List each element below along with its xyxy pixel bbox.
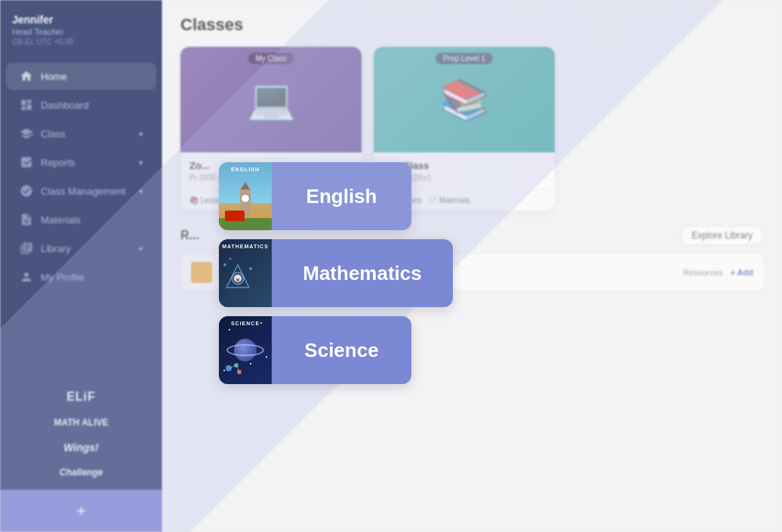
- sidebar-nav: Home Dashboard Class ▾ Reports ▾ Class M…: [0, 54, 162, 378]
- sidebar-user: Jennifer Head Teacher GB-EL UTC +0.00: [0, 0, 162, 54]
- subject-thumb-science: SCIENCE: [219, 316, 272, 384]
- brand-mathalive[interactable]: MATH ALIVE: [6, 413, 156, 432]
- math-svg: M: [219, 250, 257, 295]
- sidebar: Jennifer Head Teacher GB-EL UTC +0.00 Ho…: [0, 0, 162, 532]
- reports-icon: [20, 155, 33, 169]
- nav-library-label: Library: [41, 243, 71, 254]
- subject-item-science[interactable]: SCIENCE Science: [219, 316, 411, 384]
- lib-add-button[interactable]: + Add: [731, 268, 753, 277]
- library-icon: [20, 241, 33, 255]
- user-info: GB-EL UTC +0.00: [12, 38, 150, 46]
- english-thumb-label: ENGLISH: [231, 167, 260, 172]
- profile-icon: [20, 270, 33, 284]
- nav-materials-label: Materials: [41, 214, 81, 226]
- user-role: Head Teacher: [12, 27, 150, 36]
- subject-name-science: Science: [272, 339, 411, 362]
- brand-wings[interactable]: Wings!: [6, 437, 156, 458]
- chevron-down-icon: ▾: [139, 158, 143, 167]
- page-title: Classes: [180, 15, 764, 35]
- math-illustration: MATHEMATICS M: [219, 239, 272, 307]
- sidebar-item-library[interactable]: Library ▾: [6, 235, 156, 262]
- class-label-1: My Class: [248, 53, 294, 64]
- svg-point-4: [223, 263, 226, 266]
- nav-profile-label: My Profile: [41, 272, 85, 283]
- management-icon: [20, 184, 33, 198]
- sidebar-item-home[interactable]: Home: [6, 63, 156, 90]
- class-card-image-2: Prep Level 1 📚: [374, 47, 555, 152]
- nav-reports-label: Reports: [41, 157, 75, 168]
- sidebar-item-dashboard[interactable]: Dashboard: [6, 91, 156, 118]
- sidebar-item-myprofile[interactable]: My Profile: [6, 263, 156, 291]
- svg-point-6: [229, 258, 232, 260]
- class-label-2: Prep Level 1: [436, 53, 493, 64]
- sidebar-item-materials[interactable]: Materials: [6, 206, 156, 233]
- science-molecule-svg: [223, 359, 245, 378]
- subject-item-english[interactable]: ENGLISH English: [219, 162, 411, 230]
- svg-text:M: M: [236, 278, 239, 282]
- lib-thumb: [191, 262, 212, 283]
- chevron-down-icon: ▾: [139, 187, 143, 195]
- subject-item-mathematics[interactable]: MATHEMATICS M Mathematics: [219, 239, 453, 307]
- explore-library-button[interactable]: Explore Library: [680, 226, 764, 245]
- science-thumb-label: SCIENCE: [231, 321, 260, 326]
- materials-icon: [20, 213, 33, 226]
- subject-dropdown: ENGLISH English MATHEMATICS M: [219, 162, 453, 384]
- brand-elif[interactable]: ELiF: [6, 386, 156, 408]
- dashboard-icon: [20, 98, 33, 112]
- class-icon: [20, 127, 33, 140]
- sidebar-item-reports[interactable]: Reports ▾: [6, 149, 156, 176]
- nav-class-label: Class: [41, 128, 66, 140]
- library-title: R...: [180, 229, 199, 242]
- brand-challenge[interactable]: Challenge: [6, 463, 156, 482]
- class-card-image-1: My Class 💻: [180, 47, 362, 152]
- svg-point-5: [249, 267, 252, 270]
- nav-dashboard-label: Dashboard: [41, 100, 89, 111]
- bigben-illustration: ENGLISH: [219, 162, 272, 230]
- sidebar-item-classmanagement[interactable]: Class Management ▾: [6, 177, 156, 204]
- chevron-down-icon: ▾: [139, 244, 143, 253]
- subject-thumb-math: MATHEMATICS M: [219, 239, 272, 307]
- nav-home-label: Home: [41, 71, 67, 82]
- subject-name-english: English: [272, 185, 411, 208]
- subject-thumb-english: ENGLISH: [219, 162, 272, 230]
- science-illustration: SCIENCE: [219, 316, 272, 384]
- nav-management-label: Class Management: [41, 186, 125, 197]
- subject-name-mathematics: Mathematics: [272, 262, 453, 285]
- sidebar-item-class[interactable]: Class ▾: [6, 120, 156, 147]
- home-icon: [20, 69, 33, 83]
- sidebar-brands: ELiF MATH ALIVE Wings! Challenge: [0, 378, 162, 490]
- lib-resources: Resources: [683, 268, 723, 277]
- sidebar-add-button[interactable]: +: [0, 490, 162, 532]
- math-thumb-label: MATHEMATICS: [222, 244, 269, 249]
- user-name: Jennifer: [12, 14, 150, 26]
- chevron-down-icon: ▾: [139, 130, 143, 138]
